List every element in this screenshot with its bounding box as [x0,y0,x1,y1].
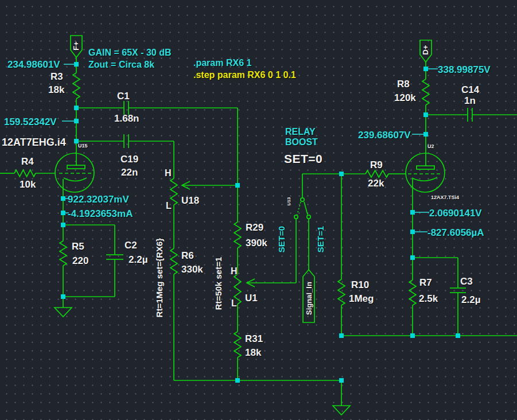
probe-v-plate-right: 239.68607V [358,130,411,140]
r4-value[interactable]: 10k [20,180,36,189]
r3-value[interactable]: 18k [48,85,64,95]
r8-name[interactable]: R8 [397,79,410,89]
switch-branch0-label: SET=0 [277,226,286,252]
r5-value[interactable]: 220 [72,256,88,266]
r6-name[interactable]: R6 [181,251,194,260]
c19-value[interactable]: 22n [121,168,138,177]
resistor-r31[interactable] [234,304,241,380]
relay-annotation-line2[interactable]: BOOST [285,138,318,147]
resistor-r29[interactable] [234,185,241,274]
c2-value[interactable]: 2.2µ [129,255,147,265]
fplus-flag-label[interactable]: F+ [72,41,80,50]
r5-name[interactable]: R5 [72,242,84,251]
c19-name[interactable]: C19 [120,154,138,164]
probe-v-supply-left: 234.98601V [7,60,60,69]
ground-symbol-left[interactable] [55,308,72,317]
probe-leads [62,64,438,232]
r29-value[interactable]: 390k [246,238,267,248]
c1-value[interactable]: 1.68n [114,114,139,123]
probe-v-plate-left: 159.52342V [4,117,57,127]
u18-low-terminal: L [166,201,172,211]
r10-value[interactable]: 1Meg [349,294,374,304]
capacitor-c1[interactable] [76,101,238,185]
resistor-r6[interactable] [170,205,177,380]
step-directive[interactable]: .step param RX6 0 1 0.1 [193,71,296,80]
resistor-r10[interactable] [338,174,345,336]
u18-high-terminal: H [165,169,172,178]
u1-low-terminal: L [231,299,237,308]
u1-ref[interactable]: U1 [245,293,258,303]
tube-u2-ref[interactable]: U2 [427,144,434,149]
tube-u15-model[interactable]: 12AT7EHG.i4 [2,137,66,147]
switch-u13[interactable] [294,174,310,283]
c14-name[interactable]: C14 [461,85,479,95]
probe-i-cathode-left: -4.1923653mA [68,209,133,219]
r7-name[interactable]: R7 [419,278,432,287]
c1-name[interactable]: C1 [117,91,130,101]
ltspice-schematic-canvas[interactable]: R3 18k C1 1.68n C19 22n R4 10k 12AT7EHG.… [0,0,517,420]
probe-v-cathode-right: 2.0690141V [429,208,482,218]
u18-param-label[interactable]: Rt=1Meg set={RX6} [155,238,164,317]
probe-i-cathode-right: -827.6056µA [427,228,484,238]
potentiometer-u1[interactable] [234,274,296,304]
r4-name[interactable]: R4 [21,157,34,166]
c3-name[interactable]: C3 [460,277,473,286]
tube-u2-model[interactable]: 12AX7.TSi4 [431,195,459,200]
probe-v-cathode-left: 922.32037mV [68,195,129,204]
r9-value[interactable]: 22k [368,178,384,188]
switch-state-annotation[interactable]: SET=0 [284,153,322,165]
resistor-r3[interactable] [73,73,80,99]
r8-value[interactable]: 120k [394,93,416,103]
switch-u13-ref[interactable]: U13 [287,197,291,206]
resistor-r4[interactable] [0,170,36,177]
r31-name[interactable]: R31 [245,334,263,344]
u1-param-label[interactable]: Rt=50k set=1 [214,257,223,310]
probe-v-supply-right: 338.99875V [438,65,491,75]
potentiometer-u18[interactable] [170,178,238,205]
r10-name[interactable]: R10 [351,280,369,290]
r3-name[interactable]: R3 [50,72,63,81]
zout-annotation[interactable]: Zout = Circa 8k [88,60,154,69]
u18-ref[interactable]: U18 [181,196,199,205]
u1-high-terminal: H [231,267,238,276]
relay-annotation-line1[interactable]: RELAY [285,127,316,137]
c3-value[interactable]: 2.2µ [461,295,480,305]
c2-name[interactable]: C2 [125,240,137,250]
tube-u2[interactable] [406,153,445,258]
resistor-r7[interactable] [409,258,416,336]
r6-value[interactable]: 330k [181,265,203,274]
gain-annotation[interactable]: GAIN = 65X - 30 dB [88,48,172,57]
ground-symbol-bottom[interactable] [333,406,350,415]
r31-value[interactable]: 18k [245,348,261,357]
r7-value[interactable]: 2.5k [419,294,438,304]
switch-branch1-label: SET=1 [316,226,325,252]
resistor-r9[interactable] [302,170,406,177]
c14-value[interactable]: 1n [464,96,476,106]
tube-u15-ref[interactable]: U15 [78,143,88,149]
dplus-flag-label[interactable]: D+ [422,45,429,55]
r29-name[interactable]: R29 [246,223,263,232]
param-directive[interactable]: .param RX6 1 [193,59,251,68]
wire-bottom-left[interactable] [174,380,341,406]
r9-name[interactable]: R9 [370,160,383,170]
capacitor-c14[interactable] [426,108,517,122]
signal-in-flag-label[interactable]: Signal_In [305,282,313,315]
